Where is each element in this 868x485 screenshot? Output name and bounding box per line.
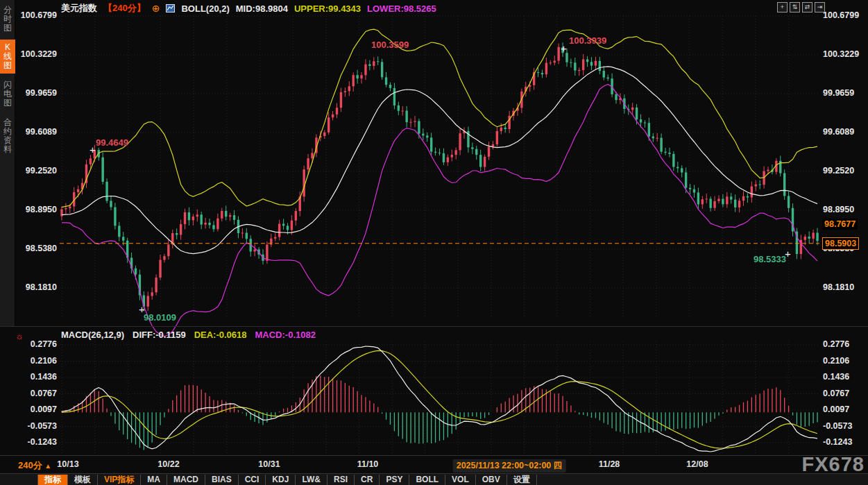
price-axis-tick-right: 98.1810	[823, 282, 854, 292]
price-axis-tick-right: 99.9659	[823, 88, 854, 98]
current-price-tag: 98.5903	[822, 237, 859, 250]
toolbar-item-MACD[interactable]: MACD	[167, 475, 205, 485]
macd-axis-tick-right: -0.1243	[823, 437, 852, 447]
toolbar-item-设置[interactable]: 设置	[507, 475, 537, 485]
toolbar-item-指标[interactable]: 指标	[37, 475, 68, 485]
toolbar-item-模板[interactable]: 模板	[68, 475, 98, 485]
crosshair-marker: +	[90, 146, 96, 153]
date-label[interactable]: 11/28	[599, 459, 620, 469]
macd-axis-tick-right: 0.0097	[823, 405, 849, 414]
add-indicator-icon[interactable]: ⊕	[152, 3, 160, 14]
timeframe-selector[interactable]: 240分 ▲	[18, 459, 51, 472]
chart-tools: +⇅⇄⇥	[777, 2, 825, 12]
date-label[interactable]: 10/22	[158, 459, 179, 469]
price-axis-tick-right: 99.6089	[823, 127, 854, 137]
date-label[interactable]: 10/13	[57, 459, 78, 469]
date-label[interactable]: 11/10	[357, 459, 379, 469]
macd-axis-tick-left: 0.2106	[17, 356, 57, 366]
date-label[interactable]: 2025/11/13 22:00~02:00 四	[453, 459, 566, 473]
price-annotation: 99.4649	[96, 137, 128, 148]
toolbar-item-BIAS[interactable]: BIAS	[205, 475, 239, 485]
period-badge: 【240分】	[103, 2, 146, 15]
crosshair-marker: +	[561, 44, 567, 52]
macd-axis-tick-right: 0.2776	[823, 339, 849, 349]
macd-axis-tick-right: 0.0767	[823, 389, 849, 398]
macd-axis-tick-left: 0.0097	[17, 405, 57, 414]
macd-axis-tick-left: -0.0573	[17, 421, 57, 431]
price-axis-tick-left: 99.6089	[17, 127, 57, 137]
timeframe-arrow-icon: ▲	[44, 462, 51, 470]
date-label[interactable]: 10/31	[258, 459, 280, 469]
sidebar-item-1[interactable]: 分时图	[0, 2, 15, 36]
last-price-tag: 98.7677	[822, 219, 858, 230]
axis-divider	[0, 455, 868, 456]
price-annotation: 98.0109	[144, 312, 176, 323]
price-axis-tick-right: 98.8950	[823, 205, 854, 214]
toolbar-item-BOLL[interactable]: BOLL	[409, 475, 445, 485]
pane-divider[interactable]	[0, 326, 868, 327]
crosshair-marker: +	[139, 305, 145, 313]
macd-axis-tick-right: -0.0573	[823, 421, 852, 431]
macd-settings-icon[interactable]: ☼	[15, 331, 24, 341]
price-annotation: 100.3599	[371, 40, 409, 50]
toolbar-item-OBV[interactable]: OBV	[476, 475, 507, 485]
macd-header: MACD(26,12,9) DIFF:-0.1159 DEA:-0.0618 M…	[61, 330, 316, 340]
toolbar-item-MA[interactable]: MA	[141, 475, 167, 485]
crosshair-icon[interactable]: +	[777, 2, 788, 12]
toolbar-item-VOL[interactable]: VOL	[445, 475, 476, 485]
boll-mid-value: MID:98.9804	[236, 3, 288, 14]
chart-canvas[interactable]	[0, 0, 868, 485]
price-axis-tick-left: 98.1810	[17, 282, 57, 292]
chart-header: 美元指数 【240分】 ⊕ BOLL(20,2) MID:98.9804 UPP…	[61, 2, 436, 15]
macd-dea-value: DEA:-0.0618	[194, 330, 247, 340]
toolbar-item-LW&[interactable]: LW&	[296, 475, 327, 485]
timeframe-label: 240分	[18, 460, 42, 470]
zoom-x-axis-icon[interactable]: ⇄	[802, 2, 812, 12]
toolbar-item-CR[interactable]: CR	[355, 475, 380, 485]
macd-axis-tick-right: 0.2106	[823, 356, 849, 366]
price-axis-tick-right: 99.2520	[823, 166, 854, 176]
price-axis-tick-left: 100.6799	[17, 10, 57, 20]
charting-app: 分时图K线图闪电图合约资料 美元指数 【240分】 ⊕ BOLL(20,2) M…	[0, 0, 868, 485]
price-annotation: 100.3939	[569, 35, 606, 46]
price-axis-tick-right: 100.6799	[823, 10, 859, 20]
macd-axis-tick-left: -0.1243	[17, 437, 57, 447]
zoom-y-axis-icon[interactable]: ⇅	[790, 2, 800, 12]
toolbar-item-PSY[interactable]: PSY	[380, 475, 409, 485]
price-axis-tick-left: 99.9659	[17, 88, 57, 98]
toolbar-item-CCI[interactable]: CCI	[239, 475, 266, 485]
macd-axis-tick-right: 0.1436	[823, 372, 849, 382]
sidebar-item-2[interactable]: K线图	[0, 40, 15, 74]
sidebar-item-4[interactable]: 合约资料	[0, 114, 15, 158]
indicator-toolbar: 指标模板VIP指标MAMACDBIASCCIKDJLW&RSICRPSYBOLL…	[0, 474, 868, 485]
price-axis-tick-left: 99.2520	[17, 166, 57, 176]
boll-lower-value: LOWER:98.5265	[367, 3, 436, 14]
toolbar-item-VIP指标[interactable]: VIP指标	[98, 475, 141, 485]
price-axis-tick-left: 98.5380	[17, 244, 57, 253]
macd-axis-tick-left: 0.1436	[17, 372, 57, 382]
macd-hist-value: MACD:-0.1082	[255, 330, 316, 340]
boll-indicator-label[interactable]: BOLL(20,2)	[181, 3, 229, 14]
chart-style-icon[interactable]	[166, 4, 175, 12]
macd-diff-value: DIFF:-0.1159	[133, 330, 186, 340]
price-axis-tick-left: 100.3229	[17, 49, 57, 59]
symbol-title: 美元指数	[61, 2, 97, 15]
crosshair-marker: +	[785, 250, 791, 257]
boll-upper-value: UPPER:99.4343	[294, 3, 361, 14]
macd-axis-tick-left: 0.0767	[17, 389, 57, 398]
date-label[interactable]: 12/08	[686, 459, 708, 469]
chart-type-sidebar: 分时图K线图闪电图合约资料	[0, 0, 15, 326]
price-axis-tick-left: 98.8950	[17, 205, 57, 214]
sidebar-item-3[interactable]: 闪电图	[0, 77, 15, 111]
pan-right-icon[interactable]: ⇥	[815, 2, 825, 12]
price-axis-tick-right: 100.3229	[823, 49, 859, 59]
macd-indicator-label[interactable]: MACD(26,12,9)	[61, 330, 124, 340]
price-annotation: 98.5333	[754, 254, 786, 264]
toolbar-item-RSI[interactable]: RSI	[327, 475, 355, 485]
toolbar-item-KDJ[interactable]: KDJ	[266, 475, 296, 485]
brand-watermark: FX678	[802, 453, 865, 476]
